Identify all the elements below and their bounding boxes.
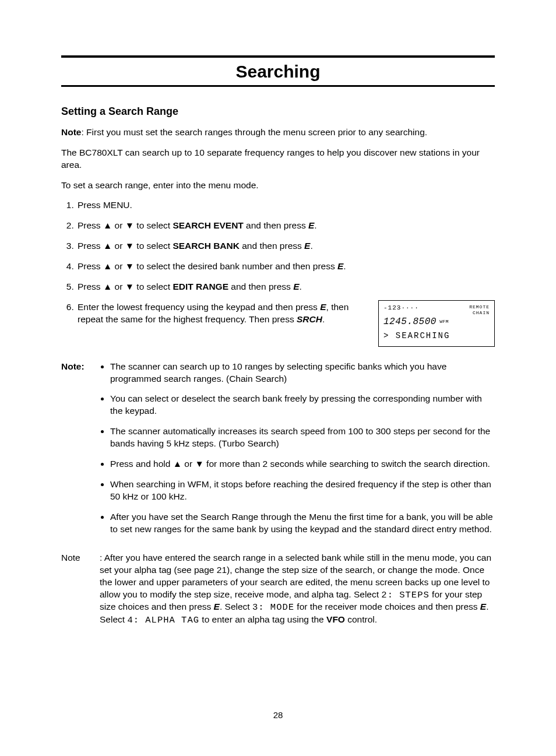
term: SEARCH EVENT xyxy=(173,220,243,230)
text: for more than 2 seconds while searching … xyxy=(204,459,490,469)
text: to select xyxy=(134,282,173,291)
text: or xyxy=(112,241,125,251)
text: . xyxy=(299,282,301,291)
key-e: E xyxy=(293,282,299,291)
text: to select xyxy=(134,220,173,230)
text: to select the desired bank number and th… xyxy=(134,261,337,271)
lcd-row1a: -123···· xyxy=(383,304,419,316)
text: . xyxy=(343,261,346,271)
page-number: 28 xyxy=(0,709,556,721)
down-arrow-icon: ▼ xyxy=(125,261,134,271)
note-label: Note xyxy=(61,127,81,137)
down-arrow-icon: ▼ xyxy=(195,459,203,469)
down-arrow-icon: ▼ xyxy=(125,220,134,230)
step-6: Enter the lowest frequency using the key… xyxy=(76,301,495,347)
note-label: Note xyxy=(61,553,80,562)
title-rule: Searching xyxy=(61,55,495,87)
text: Press xyxy=(78,261,103,271)
step-2: Press ▲ or ▼ to select SEARCH EVENT and … xyxy=(76,220,495,232)
vfo-control: VFO xyxy=(326,614,345,624)
text: to enter an alpha tag using the xyxy=(199,614,326,624)
bullet-3: The scanner automatically increases its … xyxy=(110,426,495,450)
note-block: Note: The scanner can search up to 10 ra… xyxy=(61,361,495,544)
text: . xyxy=(314,220,316,230)
up-arrow-icon: ▲ xyxy=(103,282,112,291)
term: EDIT RANGE xyxy=(173,282,228,291)
lcd-frequency: 1245.8500 xyxy=(383,317,437,327)
menu-mode: 3: MODE xyxy=(252,602,294,613)
bullet-6: After you have set the Search Range thro… xyxy=(110,511,495,536)
text: and then press xyxy=(228,282,293,291)
text: Press xyxy=(78,282,103,291)
up-arrow-icon: ▲ xyxy=(103,261,112,271)
page: Searching Setting a Search Range Note: F… xyxy=(0,0,556,756)
step-1: Press MENU. xyxy=(76,199,495,212)
note-bullets: The scanner can search up to 10 ranges b… xyxy=(100,361,495,536)
text: Press xyxy=(78,220,103,230)
note-label: Note xyxy=(61,361,81,371)
text: or xyxy=(112,220,125,230)
note-block-2: Note : After you have entered the search… xyxy=(61,552,495,627)
intro-p2: To set a search range, enter into the me… xyxy=(61,180,495,192)
page-title: Searching xyxy=(61,60,495,84)
step-3: Press ▲ or ▼ to select SEARCH BANK and t… xyxy=(76,240,495,252)
bullet-2: You can select or deselect the search ba… xyxy=(110,393,495,417)
lcd-mode: WFM xyxy=(437,319,449,324)
text: control. xyxy=(345,614,377,624)
bullet-4: Press and hold ▲ or ▼ for more than 2 se… xyxy=(110,458,495,470)
key-e: E xyxy=(337,261,343,271)
text: for the receiver mode choices and then p… xyxy=(294,602,480,611)
term: SEARCH BANK xyxy=(173,241,240,251)
key-srch: SRCH xyxy=(297,314,322,324)
intro-note: Note: First you must set the search rang… xyxy=(61,126,495,139)
text: and then press xyxy=(244,220,308,230)
note2-body: : After you have entered the search rang… xyxy=(100,552,495,627)
up-arrow-icon: ▲ xyxy=(173,459,182,469)
step-4: Press ▲ or ▼ to select the desired bank … xyxy=(76,261,495,273)
up-arrow-icon: ▲ xyxy=(103,220,112,230)
down-arrow-icon: ▼ xyxy=(125,282,134,291)
text: . xyxy=(310,241,312,251)
text: Enter the lowest frequency using the key… xyxy=(78,302,320,312)
down-arrow-icon: ▼ xyxy=(125,241,134,251)
step-5: Press ▲ or ▼ to select EDIT RANGE and th… xyxy=(76,281,495,293)
bullet-1: The scanner can search up to 10 ranges b… xyxy=(110,361,495,385)
up-arrow-icon: ▲ xyxy=(103,241,112,251)
key-e: E xyxy=(308,220,314,230)
text: or xyxy=(182,459,195,469)
text: and then press xyxy=(240,241,304,251)
text: . Select xyxy=(220,602,252,611)
key-e: E xyxy=(320,302,326,312)
steps-list: Press MENU. Press ▲ or ▼ to select SEARC… xyxy=(76,199,495,346)
text: Press and hold xyxy=(110,459,173,469)
menu-alphatag: 4: ALPHA TAG xyxy=(127,615,199,625)
text: or xyxy=(112,282,125,291)
text: to select xyxy=(134,241,173,251)
intro-p1: The BC780XLT can search up to 10 separat… xyxy=(61,147,495,171)
intro-note-text: : First you must set the search ranges t… xyxy=(81,127,427,137)
menu-steps: 2: STEPS xyxy=(381,590,429,600)
lcd-display: -123···· REMOTE CHAIN 1245.8500 WFM > SE… xyxy=(378,300,495,347)
text: . xyxy=(322,314,325,324)
lcd-row1b: REMOTE CHAIN xyxy=(469,304,490,316)
key-e: E xyxy=(304,241,310,251)
text: Press xyxy=(78,241,103,251)
bullet-5: When searching in WFM, it stops before r… xyxy=(110,479,495,503)
section-heading: Setting a Search Range xyxy=(61,104,495,118)
lcd-status: > SEARCHING xyxy=(383,331,490,342)
text: or xyxy=(112,261,125,271)
key-e: E xyxy=(480,602,486,611)
key-e: E xyxy=(214,602,220,611)
